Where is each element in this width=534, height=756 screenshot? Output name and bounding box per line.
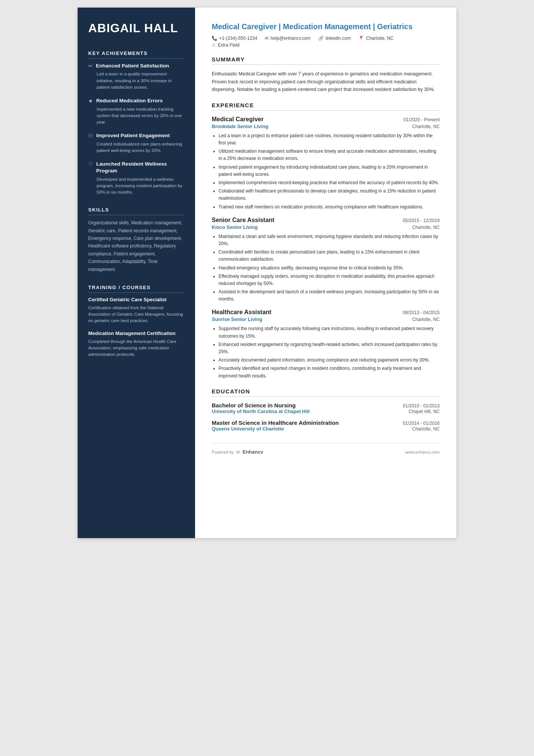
training-item-1: Certified Geriatric Care Specialist Cert…: [88, 297, 184, 324]
job-3-company-row: Sunrise Senior Living Charlotte, NC: [212, 316, 440, 322]
achievement-title-3: Improved Patient Engagement: [96, 132, 170, 139]
job-1-title-row: Medical Caregiver 01/2020 - Present: [212, 116, 440, 123]
list-item: Enhanced resident engagement by organizi…: [219, 341, 440, 355]
achievements-section-title: KEY ACHIEVEMENTS: [88, 50, 184, 59]
job-2-date: 05/2015 - 12/2019: [403, 218, 440, 223]
job-1-company-row: Brookdale Senior Living Charlotte, NC: [212, 124, 440, 129]
education-1: Bachelor of Science in Nursing 01/2010 -…: [212, 402, 440, 414]
summary-section-title: SUMMARY: [212, 56, 440, 65]
achievement-icon-4: ♡: [88, 161, 93, 167]
job-3: Healthcare Assistant 08/2013 - 04/2015 S…: [212, 309, 440, 379]
list-item: Utilized medication management software …: [219, 148, 440, 162]
edu-1-location: Chapel Hill, NC: [409, 409, 440, 414]
achievement-item-2: ★ Reduced Medication Errors Implemented …: [88, 97, 184, 125]
edu-1-degree: Bachelor of Science in Nursing: [212, 402, 296, 409]
job-2: Senior Care Assistant 05/2015 - 12/2019 …: [212, 217, 440, 303]
skills-section-title: SKILLS: [88, 207, 184, 215]
list-item: Implemented comprehensive record-keeping…: [219, 179, 440, 186]
job-3-date: 08/2013 - 04/2015: [403, 310, 440, 315]
job-2-bullets: Maintained a clean and safe work environ…: [219, 233, 440, 303]
phone-icon: 📞: [212, 36, 217, 41]
location-icon: 📍: [358, 36, 364, 41]
achievement-header-4: ♡ Launched Resident Wellness Program: [88, 161, 184, 174]
list-item: Effectively managed supply orders, ensur…: [219, 273, 440, 287]
enhancv-logo: Enhancv: [243, 449, 263, 455]
list-item: Collaborated with healthcare professiona…: [219, 188, 440, 202]
training-desc-1: Certification obtained from the National…: [88, 305, 184, 324]
sidebar: ABIGAIL HALL KEY ACHIEVEMENTS ✂ Enhanced…: [78, 8, 195, 538]
enhancv-logo-icon: ∞: [236, 449, 240, 455]
achievement-desc-1: Led a team in a quality improvement init…: [97, 71, 184, 91]
summary-text: Enthusiastic Medical Caregiver with over…: [212, 70, 440, 94]
job-2-company-row: Kisco Senior Living Charlotte, NC: [212, 224, 440, 230]
contact-linkedin: 🔗 linkedin.com: [318, 36, 351, 41]
linkedin-value: linkedin.com: [326, 36, 351, 41]
job-1-title: Medical Caregiver: [212, 116, 264, 123]
contact-phone: 📞 +1-(234)-555-1234: [212, 36, 257, 41]
list-item: Proactively identified and reported chan…: [219, 365, 440, 379]
extra-field-value: Extra Field: [218, 42, 239, 48]
job-2-company: Kisco Senior Living: [212, 224, 258, 230]
job-3-bullets: Supported the nursing staff by accuratel…: [219, 325, 440, 379]
edu-1-degree-row: Bachelor of Science in Nursing 01/2010 -…: [212, 402, 440, 409]
job-1-company: Brookdale Senior Living: [212, 124, 269, 129]
edu-2-school-row: Queens University of Charlotte Charlotte…: [212, 426, 440, 432]
education-2: Master of Science in Healthcare Administ…: [212, 419, 440, 432]
list-item: Supported the nursing staff by accuratel…: [219, 325, 440, 340]
achievement-header-3: ⚇ Improved Patient Engagement: [88, 132, 184, 139]
achievement-desc-3: Created individualized care plans enhanc…: [97, 141, 184, 154]
extra-field-row: ☆ Extra Field: [212, 42, 440, 48]
job-2-location: Charlotte, NC: [412, 225, 440, 230]
job-3-location: Charlotte, NC: [412, 317, 440, 322]
achievement-icon-2: ★: [88, 98, 93, 104]
training-item-2: Medication Management Certification Comp…: [88, 330, 184, 358]
main-header-titles: Medical Caregiver | Medication Managemen…: [212, 21, 440, 32]
achievement-desc-4: Developed and implemented a wellness pro…: [97, 176, 184, 196]
resume-container: ABIGAIL HALL KEY ACHIEVEMENTS ✂ Enhanced…: [78, 8, 456, 538]
achievement-item-1: ✂ Enhanced Patient Satisfaction Led a te…: [88, 63, 184, 91]
list-item: Led a team in a project to enhance patie…: [219, 132, 440, 147]
achievement-header-1: ✂ Enhanced Patient Satisfaction: [88, 63, 184, 69]
list-item: Handled emergency situations swiftly, de…: [219, 265, 440, 272]
edu-2-degree: Master of Science in Healthcare Administ…: [212, 419, 339, 426]
achievement-icon-3: ⚇: [88, 133, 93, 139]
list-item: Maintained a clean and safe work environ…: [219, 233, 440, 247]
job-3-title-row: Healthcare Assistant 08/2013 - 04/2015: [212, 309, 440, 316]
job-1-bullets: Led a team in a project to enhance patie…: [219, 132, 440, 211]
job-2-title: Senior Care Assistant: [212, 217, 275, 224]
achievement-header-2: ★ Reduced Medication Errors: [88, 97, 184, 104]
job-1: Medical Caregiver 01/2020 - Present Broo…: [212, 116, 440, 211]
training-title-1: Certified Geriatric Care Specialist: [88, 297, 184, 303]
footer-url: www.enhancv.com: [405, 450, 440, 454]
achievement-desc-2: Implemented a new medication tracking sy…: [97, 106, 184, 126]
achievement-title-1: Enhanced Patient Satisfaction: [96, 63, 169, 69]
edu-2-degree-row: Master of Science in Healthcare Administ…: [212, 419, 440, 426]
linkedin-icon: 🔗: [318, 36, 324, 41]
achievement-icon-1: ✂: [88, 63, 93, 69]
contact-row: 📞 +1-(234)-555-1234 ✉ help@enhancv.com 🔗…: [212, 36, 440, 41]
job-3-title: Healthcare Assistant: [212, 309, 272, 316]
achievement-title-2: Reduced Medication Errors: [96, 97, 163, 104]
contact-location: 📍 Charlotte, NC: [358, 36, 393, 41]
phone-value: +1-(234)-555-1234: [219, 36, 257, 41]
list-item: Coordinated with families to create pers…: [219, 249, 440, 263]
training-section-title: TRAINING / COURSES: [88, 285, 184, 293]
email-icon: ✉: [265, 36, 269, 41]
list-item: Accurately documented patient informatio…: [219, 357, 440, 364]
education-section-title: EDUCATION: [212, 388, 440, 397]
experience-section-title: EXPERIENCE: [212, 102, 440, 111]
skills-text: Organizational skills, Medication manage…: [88, 219, 184, 273]
edu-1-school-row: University of North Carolina at Chapel H…: [212, 409, 440, 414]
list-item: Trained new staff members on medication …: [219, 203, 440, 211]
edu-2-date: 01/2014 - 01/2016: [403, 421, 440, 426]
training-title-2: Medication Management Certification: [88, 330, 184, 337]
job-1-date: 01/2020 - Present: [404, 117, 440, 122]
trainings-list: Certified Geriatric Care Specialist Cert…: [88, 297, 184, 358]
job-2-title-row: Senior Care Assistant 05/2015 - 12/2019: [212, 217, 440, 224]
page-footer: Powered by ∞ Enhancv www.enhancv.com: [212, 443, 440, 455]
location-value: Charlotte, NC: [366, 36, 393, 41]
achievement-item-4: ♡ Launched Resident Wellness Program Dev…: [88, 161, 184, 196]
candidate-name: ABIGAIL HALL: [88, 21, 184, 35]
edu-1-date: 01/2010 - 01/2013: [403, 403, 440, 409]
job-3-company: Sunrise Senior Living: [212, 316, 262, 322]
